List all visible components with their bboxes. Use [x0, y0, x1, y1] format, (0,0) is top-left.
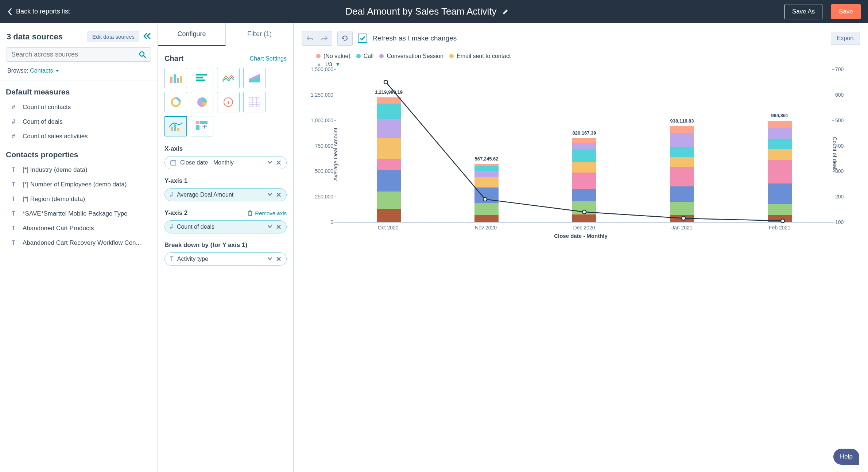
bar-segment: [377, 209, 401, 222]
bar-segment: [670, 215, 694, 222]
clear-icon[interactable]: [276, 192, 281, 197]
chart-plot: 1,219,990.19567,245.62820,167.39938,116.…: [336, 69, 832, 223]
search-input[interactable]: [11, 51, 139, 58]
svg-text:1: 1: [227, 100, 229, 105]
export-button[interactable]: Export: [831, 32, 860, 45]
chevron-down-icon[interactable]: [267, 192, 272, 197]
property-item[interactable]: TAbandoned Cart Recovery Workflow Con...: [0, 236, 158, 250]
chart-type-kpi[interactable]: 1: [217, 92, 240, 112]
legend-item[interactable]: (No value): [316, 53, 350, 59]
property-item[interactable]: TAbandoned Cart Products: [0, 221, 158, 236]
bar-segment: [474, 203, 499, 215]
tab-filter[interactable]: Filter (1): [226, 23, 293, 46]
redo-button[interactable]: [317, 31, 332, 46]
legend-item[interactable]: Call: [356, 53, 374, 59]
back-label: Back to reports list: [16, 8, 70, 15]
edit-title-icon[interactable]: [502, 8, 509, 15]
chart-type-horizontal-bar[interactable]: [191, 68, 213, 88]
measure-label: Count of deals: [23, 118, 63, 125]
svg-rect-20: [177, 128, 179, 131]
remove-axis-link[interactable]: Remove axis: [248, 210, 287, 216]
svg-rect-21: [196, 121, 199, 124]
xtick-label: Oct 2020: [378, 225, 399, 231]
bar-segment: [768, 139, 792, 149]
legend-swatch: [356, 54, 361, 58]
data-sources-panel: 3 data sources Edit data sources Browse:…: [0, 23, 158, 472]
chevron-down-icon[interactable]: [267, 224, 272, 229]
property-item[interactable]: T[*] Number of Employees (demo data): [0, 177, 158, 192]
remove-axis-label: Remove axis: [255, 210, 287, 216]
undo-button[interactable]: [302, 31, 317, 46]
chart-type-combo[interactable]: [164, 116, 187, 136]
y2-field[interactable]: # Count of deals: [164, 220, 287, 233]
bar-segment: [670, 167, 694, 186]
bar-column[interactable]: 994,861: [768, 121, 792, 222]
clear-icon[interactable]: [276, 160, 281, 165]
measure-label: Count of contacts: [23, 104, 71, 111]
property-item[interactable]: T[*] Industry (demo data): [0, 163, 158, 177]
text-icon: T: [10, 196, 17, 203]
bar-segment: [670, 202, 694, 215]
chart-settings-link[interactable]: Chart Settings: [250, 55, 287, 62]
chart-legend: (No value)CallConversation SessionEmail …: [302, 53, 860, 59]
clear-icon[interactable]: [276, 256, 281, 262]
chart-type-vertical-bar[interactable]: [164, 68, 187, 88]
clear-icon[interactable]: [276, 224, 281, 229]
bar-segment: [670, 157, 694, 167]
tab-configure[interactable]: Configure: [158, 23, 226, 46]
save-as-button[interactable]: Save As: [784, 4, 822, 19]
refresh-button[interactable]: [337, 31, 353, 46]
bar-segment: [768, 160, 792, 183]
measure-item[interactable]: #Count of sales activities: [0, 129, 158, 144]
chart-type-pie[interactable]: [191, 92, 213, 112]
chart-type-table[interactable]: [243, 92, 266, 112]
property-label: Abandoned Cart Products: [23, 225, 94, 232]
chart-type-pivot[interactable]: [191, 116, 213, 136]
text-icon: T: [10, 166, 17, 174]
chevron-down-icon[interactable]: [267, 160, 272, 165]
legend-item[interactable]: Conversation Session: [379, 53, 443, 59]
save-button[interactable]: Save: [831, 4, 861, 19]
chart-type-area[interactable]: [243, 68, 266, 88]
legend-swatch: [449, 54, 454, 58]
measure-item[interactable]: #Count of deals: [0, 115, 158, 129]
property-item[interactable]: T[*] Region (demo data): [0, 192, 158, 206]
text-icon: T: [170, 256, 174, 262]
search-input-wrap[interactable]: [7, 47, 151, 62]
bar-value-label: 567,245.62: [474, 156, 498, 162]
measure-item[interactable]: #Count of contacts: [0, 100, 158, 115]
xaxis-field[interactable]: Close date - Monthly: [164, 156, 287, 169]
pager-next-icon[interactable]: ▼: [335, 61, 341, 67]
legend-item[interactable]: Email sent to contact: [449, 53, 511, 59]
y1-field[interactable]: # Average Deal Amount: [164, 188, 287, 201]
breakdown-field[interactable]: T Activity type: [164, 252, 287, 266]
browse-source-dropdown[interactable]: Contacts: [30, 67, 59, 74]
property-item[interactable]: T*SAVE*Smarttel Mobile Package Type: [0, 206, 158, 221]
bar-column[interactable]: 1,219,990.19: [377, 97, 401, 222]
y1-heading: Y-axis 1: [164, 177, 287, 185]
help-button[interactable]: Help: [833, 449, 859, 465]
ytick-right: 200: [835, 194, 853, 200]
bar-segment: [768, 121, 792, 128]
bar-segment: [377, 191, 401, 209]
bar-column[interactable]: 567,245.62: [474, 164, 499, 222]
chart-type-line[interactable]: [217, 68, 240, 88]
chart-type-donut[interactable]: [164, 92, 187, 112]
xtick-label: Dec 2020: [573, 225, 595, 231]
chart-area: (No value)CallConversation SessionEmail …: [294, 49, 868, 247]
bar-segment: [377, 119, 401, 138]
collapse-panel-icon[interactable]: [143, 33, 151, 41]
bar-column[interactable]: 938,116.83: [670, 126, 694, 222]
auto-refresh-checkbox[interactable]: [358, 34, 367, 43]
bar-segment: [572, 162, 596, 173]
y2-value: Count of deals: [177, 224, 264, 230]
bar-segment: [377, 97, 401, 104]
chevron-down-icon[interactable]: [267, 256, 272, 261]
svg-rect-23: [196, 125, 199, 130]
bar-column[interactable]: 820,167.39: [572, 138, 596, 222]
legend-swatch: [379, 54, 384, 58]
edit-data-sources-button[interactable]: Edit data sources: [88, 31, 139, 42]
back-to-reports-link[interactable]: Back to reports list: [7, 8, 70, 15]
browse-label: Browse:: [7, 67, 28, 74]
bar-segment: [377, 104, 401, 119]
